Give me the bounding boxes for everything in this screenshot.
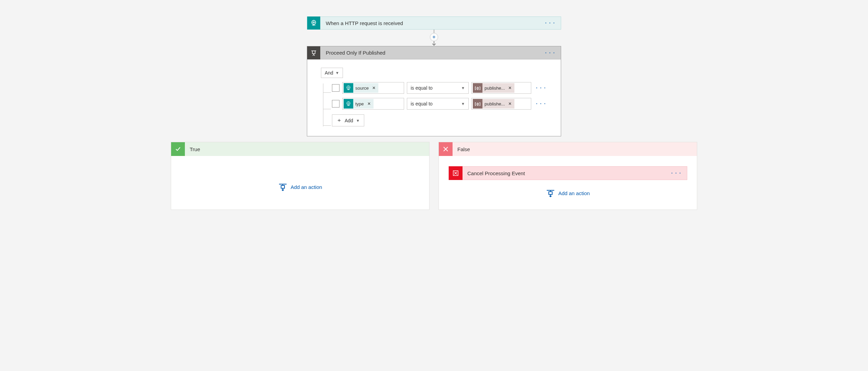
logical-operator-select[interactable]: And ▼ xyxy=(321,68,343,78)
token-type[interactable]: type ✕ xyxy=(344,99,374,109)
chevron-down-icon: ▼ xyxy=(356,119,360,123)
row-right-field[interactable]: [@] publishe... ✕ xyxy=(471,82,531,94)
row-operator-label: is equal to xyxy=(411,101,433,106)
variable-icon: [@] xyxy=(473,99,482,109)
token-publisher[interactable]: [@] publishe... ✕ xyxy=(473,83,514,93)
cancel-processing-title: Cancel Processing Event xyxy=(463,170,525,176)
close-icon xyxy=(439,142,453,156)
plus-icon: ＋ xyxy=(336,117,342,124)
condition-icon xyxy=(307,46,320,59)
token-remove-icon[interactable]: ✕ xyxy=(372,86,376,90)
token-publisher[interactable]: [@] publishe... ✕ xyxy=(473,99,514,109)
add-action-icon xyxy=(278,183,287,191)
http-trigger-icon xyxy=(307,16,320,30)
row-operator-label: is equal to xyxy=(411,85,433,91)
svg-rect-3 xyxy=(281,186,285,188)
connector-line xyxy=(434,30,434,33)
condition-body: And ▼ xyxy=(307,59,561,136)
condition-title: Proceed Only If Published xyxy=(320,50,385,56)
add-action-button[interactable]: Add an action xyxy=(181,183,420,191)
branch-true-header[interactable]: True xyxy=(171,142,429,156)
branch-false-header[interactable]: False xyxy=(439,142,697,156)
chevron-down-icon: ▼ xyxy=(461,86,465,90)
add-condition-label: Add xyxy=(345,118,353,123)
chevron-down-icon: ▼ xyxy=(335,71,339,75)
add-action-label: Add an action xyxy=(558,190,590,196)
row-right-field[interactable]: [@] publishe... ✕ xyxy=(471,98,531,110)
condition-card: Proceed Only If Published · · · And ▼ xyxy=(307,46,561,136)
condition-header[interactable]: Proceed Only If Published · · · xyxy=(307,46,561,59)
row-checkbox[interactable] xyxy=(332,84,340,92)
token-source[interactable]: source ✕ xyxy=(344,83,378,93)
add-action-button[interactable]: Add an action xyxy=(448,189,687,197)
branch-false-title: False xyxy=(453,146,470,152)
token-label: publishe... xyxy=(485,101,505,106)
arrow-down-icon xyxy=(431,41,437,46)
logical-operator-label: And xyxy=(325,70,333,76)
branch-false: False Cancel Processing Event · · · xyxy=(438,142,697,210)
http-icon xyxy=(344,99,353,109)
row-menu-button[interactable]: · · · xyxy=(534,101,546,106)
token-remove-icon[interactable]: ✕ xyxy=(367,101,371,106)
trigger-menu-button[interactable]: · · · xyxy=(545,20,561,26)
chevron-down-icon: ▼ xyxy=(461,102,465,106)
token-remove-icon[interactable]: ✕ xyxy=(508,86,512,90)
variable-icon: [@] xyxy=(473,83,482,93)
branch-true: True Add an action xyxy=(171,142,430,210)
terminate-icon xyxy=(449,166,463,180)
trigger-title: When a HTTP request is received xyxy=(320,20,403,26)
row-checkbox[interactable] xyxy=(332,100,340,108)
insert-step-button[interactable]: + xyxy=(430,33,438,41)
row-operator-select[interactable]: is equal to ▼ xyxy=(407,98,469,110)
cancel-processing-card[interactable]: Cancel Processing Event · · · xyxy=(448,166,687,180)
condition-row: type ✕ is equal to ▼ [@] xyxy=(332,98,547,110)
cancel-processing-menu-button[interactable]: · · · xyxy=(671,170,687,176)
condition-menu-button[interactable]: · · · xyxy=(545,50,561,56)
add-condition-button[interactable]: ＋ Add ▼ xyxy=(332,114,364,126)
token-label: type xyxy=(355,101,364,106)
row-menu-button[interactable]: · · · xyxy=(534,85,546,91)
condition-rail xyxy=(323,83,332,126)
row-left-field[interactable]: source ✕ xyxy=(342,82,404,94)
token-label: source xyxy=(355,86,369,91)
add-action-label: Add an action xyxy=(291,184,322,190)
branch-true-title: True xyxy=(185,146,200,152)
token-label: publishe... xyxy=(485,86,505,91)
row-operator-select[interactable]: is equal to ▼ xyxy=(407,82,469,94)
add-action-icon xyxy=(546,189,555,197)
condition-row: source ✕ is equal to ▼ [@] xyxy=(332,82,547,94)
token-remove-icon[interactable]: ✕ xyxy=(508,101,512,106)
http-icon xyxy=(344,83,353,93)
trigger-card[interactable]: When a HTTP request is received · · · xyxy=(307,16,561,30)
row-left-field[interactable]: type ✕ xyxy=(342,98,404,110)
svg-rect-5 xyxy=(549,192,552,194)
check-icon xyxy=(171,142,185,156)
